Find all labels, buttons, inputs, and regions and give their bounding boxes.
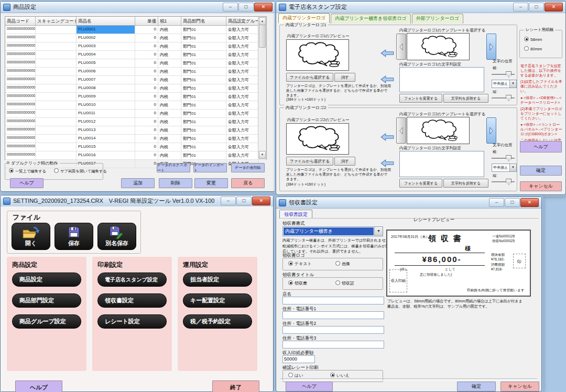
menu-product-group-button[interactable]: 商品グループ設定 <box>12 314 81 329</box>
table-row[interactable]: 0000000000000005PLU00050内税部門01金額入力可 <box>5 59 266 68</box>
logo1-apply-text-button[interactable]: 文字列を反映する <box>443 94 488 103</box>
maximize-button[interactable] <box>238 3 254 12</box>
maximize-button[interactable] <box>529 3 544 12</box>
radio-logo-image[interactable]: 画像 <box>335 261 350 267</box>
help-button[interactable]: ヘルプ <box>286 382 333 391</box>
maximize-button[interactable] <box>505 198 520 207</box>
radio-confirm-no[interactable]: いいえ <box>330 373 350 378</box>
radio-80mm[interactable]: 80mm <box>524 46 542 51</box>
radio-58mm[interactable]: 58mm <box>524 37 542 42</box>
menu-tax-settings-button[interactable]: 税／税予約設定 <box>183 314 252 329</box>
table-row[interactable]: 0000000000000014PLU00140内税部門01金額入力可 <box>5 135 266 143</box>
titlebar[interactable]: 電子店名スタンプ設定 <box>276 2 565 13</box>
logo1-select-file-button[interactable]: ファイルから選択する <box>286 73 333 82</box>
template-next-button[interactable] <box>486 117 496 144</box>
column-header[interactable]: 商品名 <box>77 17 135 25</box>
column-header[interactable]: 商品設定グループ名 <box>226 17 259 25</box>
logo1-text-input[interactable] <box>399 67 484 92</box>
logo1-change-font-button[interactable]: フォントを変更する <box>399 94 442 103</box>
table-scrollbar[interactable] <box>258 17 266 159</box>
logo2-text-input[interactable] <box>399 151 484 177</box>
maximize-button[interactable] <box>236 197 252 205</box>
radio-logo-text[interactable]: テキスト <box>288 261 312 267</box>
logo2-clear-button[interactable]: 消す <box>334 157 355 166</box>
help-button[interactable]: ヘルプ <box>15 380 62 392</box>
horizontal-slider[interactable] <box>492 155 515 161</box>
address1-input[interactable] <box>282 311 384 319</box>
vertical-slider[interactable] <box>492 178 515 184</box>
horizontal-slider[interactable] <box>492 71 515 77</box>
scroll-up-icon[interactable] <box>259 17 266 25</box>
back-button[interactable]: 戻る <box>231 178 265 188</box>
cancel-button[interactable]: キャンセル <box>500 382 539 391</box>
column-header[interactable]: 商品コード <box>5 17 36 25</box>
delete-button[interactable]: 削除 <box>159 178 192 188</box>
table-row[interactable]: 0000000000000015PLU00150内税部門01金額入力可 <box>5 143 266 151</box>
table-row[interactable]: 0000000000000013PLU00130内税部門01金額入力可 <box>5 126 266 135</box>
logo2-select-file-button[interactable]: ファイルから選択する <box>286 157 333 166</box>
scroll-down-icon[interactable] <box>259 151 266 159</box>
add-button[interactable]: 追加 <box>121 178 155 188</box>
save-button[interactable]: 保存 <box>55 223 93 250</box>
logo1-clear-button[interactable]: 消す <box>334 73 355 82</box>
titlebar[interactable]: 領収書設定 <box>276 197 541 209</box>
minimize-button[interactable] <box>221 197 236 205</box>
revenue-stamp-amount-input[interactable]: 50000 <box>282 355 315 363</box>
data-export-button[interactable]: データのエクスポート <box>157 163 190 172</box>
table-row[interactable]: 0000000000000010PLU00100内税部門01金額入力可 <box>5 101 266 110</box>
save-as-button[interactable]: 別名保存 <box>97 223 136 250</box>
menu-staff-settings-button[interactable]: 担当者設定 <box>183 273 252 287</box>
data-delete-all-button[interactable]: データの全削除 <box>231 163 265 172</box>
help-button[interactable]: ヘルプ <box>520 141 562 153</box>
open-button[interactable]: 開く <box>12 223 50 250</box>
column-header[interactable]: 商品部門名 <box>181 17 226 25</box>
scrollbar-thumb[interactable] <box>259 25 266 48</box>
titlebar[interactable]: 商品設定 <box>1 2 275 13</box>
tab-external-printer-logo[interactable]: 外部プリンターロゴ <box>412 14 463 24</box>
align-select[interactable]: 中央揃え <box>492 80 517 88</box>
radio-edit-in-subscreen[interactable]: サブ画面を開いて編集する <box>54 168 107 174</box>
tab-internal-printer-receipt-logo[interactable]: 内蔵プリンター横書き領収書ロゴ <box>331 14 410 24</box>
radio-title-ryoshushoo[interactable]: 領収証 <box>335 280 354 286</box>
table-row[interactable]: 0000000000000016PLU00160内税部門01金額入力可 <box>5 151 266 160</box>
column-header[interactable]: 単価 <box>135 17 158 25</box>
titlebar[interactable]: SETTING_20200920_173254.CRX V-REGI 簡単設定ツ… <box>1 195 273 207</box>
menu-key-layout-button[interactable]: キー配置設定 <box>183 293 252 308</box>
radio-title-ryoshusho[interactable]: 領収書 <box>288 280 307 286</box>
table-row[interactable]: 0000000000000009PLU00090内税部門01金額入力可 <box>5 93 266 101</box>
confirm-button[interactable]: 確定 <box>520 166 562 176</box>
table-row[interactable]: 0000000000000012PLU00120内税部門01金額入力可 <box>5 118 266 126</box>
template-next-button[interactable] <box>486 34 496 60</box>
menu-product-department-button[interactable]: 商品部門設定 <box>12 293 81 308</box>
minimize-button[interactable] <box>223 3 238 12</box>
data-import-button[interactable]: データのインポート <box>193 163 227 172</box>
confirm-button[interactable]: 確定 <box>457 382 496 391</box>
table-row[interactable]: 0000000000000001PLU00010内税部門01金額入力可 <box>5 26 266 34</box>
menu-product-settings-button[interactable]: 商品設定 <box>12 273 81 287</box>
minimize-button[interactable] <box>513 3 528 12</box>
align-select[interactable]: 中央揃え <box>492 164 517 172</box>
store-name-input[interactable] <box>282 297 384 304</box>
table-row[interactable]: 0000000000000008PLU00080内税部門01金額入力可 <box>5 84 266 93</box>
column-header[interactable]: 税1 <box>158 17 181 25</box>
vertical-slider[interactable] <box>492 94 515 101</box>
column-header[interactable]: スキャニングコード <box>36 17 77 25</box>
close-button[interactable] <box>254 3 273 12</box>
table-row[interactable]: 0000000000000007PLU00070内税部門01金額入力可 <box>5 76 266 84</box>
cancel-button[interactable]: キャンセル <box>520 181 562 191</box>
menu-stamp-settings-button[interactable]: 電子店名スタンプ設定 <box>97 273 167 287</box>
radio-confirm-yes[interactable]: はい <box>288 373 303 378</box>
receipt-format-select[interactable]: 内蔵プリンター横書き <box>282 226 383 236</box>
close-button[interactable] <box>252 197 270 205</box>
close-button[interactable] <box>520 198 539 207</box>
menu-receipt-settings-button[interactable]: 領収書設定 <box>97 293 167 308</box>
change-button[interactable]: 変更 <box>194 178 228 188</box>
table-row[interactable]: 0000000000000006PLU00060内税部門01金額入力可 <box>5 68 266 76</box>
table-row[interactable]: 0000000000000002PLU00020内税部門01金額入力可 <box>5 34 266 42</box>
tab-receipt-settings[interactable]: 領収書設定 <box>279 210 312 219</box>
menu-slip-settings-button[interactable]: レシート設定 <box>97 314 167 329</box>
template-prev-button[interactable] <box>396 34 406 60</box>
logo2-apply-text-button[interactable]: 文字列を反映する <box>443 179 488 188</box>
exit-button[interactable]: 終了 <box>212 380 259 392</box>
radio-edit-in-list[interactable]: 一覧上で編集する <box>9 168 46 174</box>
